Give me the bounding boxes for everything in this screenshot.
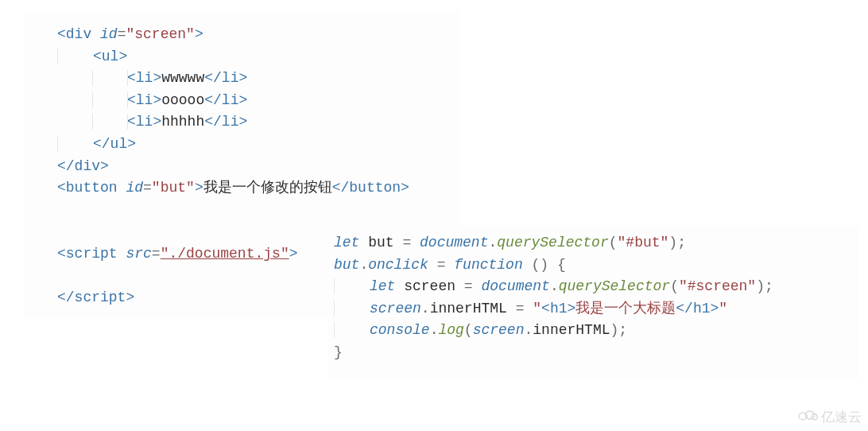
code-pre: let but = document.querySelector("#but")… <box>334 232 858 364</box>
cloud-icon <box>797 408 818 426</box>
code-line: <li>ooooo</li> <box>57 92 247 108</box>
code-line: </ul> <box>57 136 136 152</box>
code-line: <div id="screen"> <box>57 26 203 42</box>
code-line: <li>hhhhh</li> <box>57 114 247 130</box>
code-line: <button id="but">我是一个修改的按钮</button> <box>57 180 409 196</box>
code-line: <li>wwwww</li> <box>57 70 247 86</box>
code-line <box>57 268 66 284</box>
code-line: but.onclick = function () { <box>334 257 566 273</box>
js-code-block: let but = document.querySelector("#but")… <box>327 226 858 380</box>
code-line: screen.innerHTML = "<h1>我是一个大标题</h1>" <box>334 301 727 316</box>
code-line <box>57 223 66 239</box>
code-line: </script> <box>57 289 134 305</box>
code-line: } <box>334 344 343 360</box>
watermark: 亿速云 <box>797 408 862 426</box>
code-line: let screen = document.querySelector("#sc… <box>334 278 773 294</box>
code-line: let but = document.querySelector("#but")… <box>334 235 686 250</box>
code-line: console.log(screen.innerHTML); <box>334 322 627 338</box>
watermark-text: 亿速云 <box>821 408 862 426</box>
code-line: </div> <box>57 158 109 174</box>
code-line: <ul> <box>57 49 127 64</box>
code-line: <script src="./document.js"> <box>57 246 298 262</box>
